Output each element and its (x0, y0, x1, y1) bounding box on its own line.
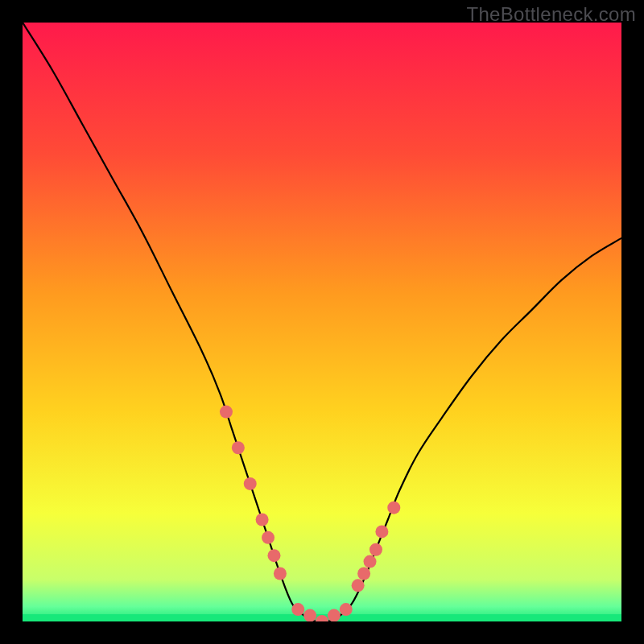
highlight-point (291, 603, 304, 616)
chart-frame: TheBottleneck.com (0, 0, 644, 644)
highlight-point (340, 603, 353, 616)
highlight-point (387, 502, 400, 514)
highlight-point (369, 543, 382, 556)
highlight-point (267, 549, 280, 562)
highlight-point (220, 406, 233, 419)
highlight-point (328, 609, 341, 621)
highlight-point (357, 567, 370, 580)
highlight-point (274, 567, 287, 580)
chart-plot (23, 23, 621, 621)
highlight-point (256, 514, 269, 526)
highlight-point (262, 531, 275, 544)
highlight-point (303, 609, 316, 621)
highlight-point (352, 579, 365, 592)
highlight-point (244, 477, 257, 490)
highlight-point (232, 441, 245, 454)
highlight-point (375, 525, 388, 538)
highlight-point (364, 555, 377, 568)
plot-background (23, 23, 621, 621)
